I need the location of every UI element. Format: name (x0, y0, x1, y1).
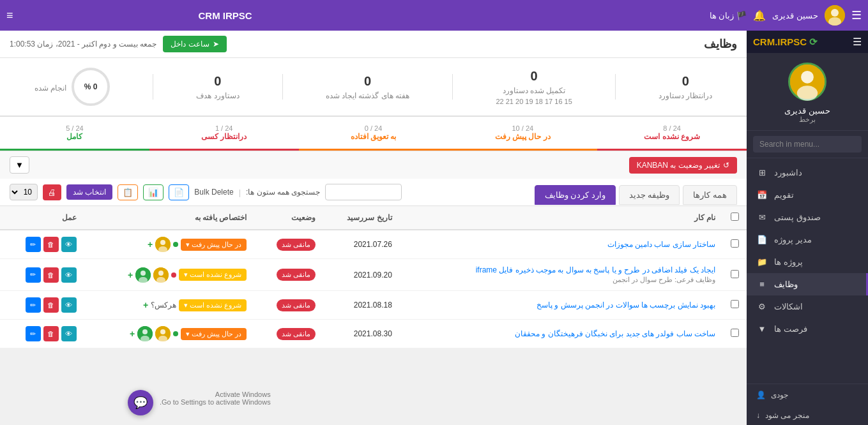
row4-view-icon[interactable]: 👁 (61, 326, 77, 341)
row1-action-icons: 👁 🗑 ✏ (8, 237, 77, 252)
row4-task-name: ساخت ساب فولدر های جدید برای نخبگان فرهی… (400, 320, 723, 348)
sidebar-item-issues[interactable]: اشکالات ⚙ (747, 295, 868, 318)
row3-edit-icon[interactable]: ✏ (26, 297, 41, 313)
row4-state-btn[interactable]: در حال پیش رفت ▾ (181, 328, 247, 340)
sidebar-item-label: مدیر پروژه (774, 235, 812, 244)
hamburger-sidebar[interactable]: ☰ (853, 36, 862, 48)
row3-person: هرکس؟ (151, 301, 176, 309)
row1-delete-icon[interactable]: 🗑 (43, 237, 59, 252)
chat-bubble[interactable]: 💬 (128, 390, 153, 415)
content-area: وظایف ➤ ساعت داخل جمعه بیست و دوم اکتبر … (0, 31, 747, 425)
dot-icon (171, 272, 176, 278)
lang-selector[interactable]: 🏴 زبان ها (710, 11, 747, 20)
row1-state-btn[interactable]: در حال پیش رفت ▾ (181, 239, 247, 251)
row2-view-icon[interactable]: 👁 (61, 267, 77, 283)
sidebar-profile: حسین قدیری برخط (747, 53, 868, 131)
row2-checkbox[interactable] (731, 270, 739, 278)
sidebar-item-dashboard[interactable]: داشبورد ⊞ (747, 161, 868, 184)
row3-assign-cell: شروع نشده است ▾ هرکس؟ + (92, 299, 247, 311)
row2-status: مانقی شد (254, 259, 323, 291)
row2-dot (171, 271, 176, 280)
row1-edit-icon[interactable]: ✏ (26, 237, 41, 252)
export-excel-button[interactable]: 📊 (143, 184, 164, 200)
dot-icon (173, 242, 178, 247)
bell-icon[interactable]: 🔔 (753, 10, 766, 22)
tab-import-tasks[interactable]: وارد کردن وظایف (535, 185, 616, 205)
row4-status: مانقی شد (254, 320, 323, 348)
th-status: وضعیت (254, 206, 323, 230)
row3-checkbox[interactable] (731, 300, 739, 308)
row4-task-link[interactable]: ساخت ساب فولدر های جدید برای نخبگان فرهی… (515, 329, 715, 338)
row2-state-btn[interactable]: شروع نشده است ▾ (179, 269, 247, 281)
sidebar-nav: داشبورد ⊞ تقویم 📅 صندوق پستی ✉ مدیر پروژ… (747, 158, 868, 343)
table-header-row: نام کار تاریخ سررسید وضعیت اختصاص یافته … (0, 206, 747, 230)
tab-in-progress[interactable]: 24 / 10 در حال پیش رفت (448, 117, 597, 151)
clock-button[interactable]: ➤ ساعت داخل (163, 36, 226, 52)
row1-checkbox[interactable] (731, 239, 739, 248)
stat-progress: 0 % انجام شده (34, 68, 110, 106)
tab-new-task[interactable]: وظیفه جدید (619, 185, 680, 205)
nav-right: ≡ (6, 9, 13, 22)
sidebar-item-calendar[interactable]: تقویم 📅 (747, 184, 868, 206)
filter-button[interactable]: ▼ (10, 156, 29, 174)
tab-not-started[interactable]: 24 / 8 شروع نشده است (597, 117, 747, 151)
row3-delete-icon[interactable]: 🗑 (43, 297, 59, 313)
tab-all-tasks[interactable]: همه کارها (683, 185, 737, 205)
row3-view-icon[interactable]: 👁 (61, 297, 77, 313)
select-button[interactable]: انتخاب شد (66, 184, 112, 200)
search-menu-input[interactable] (753, 136, 862, 153)
export-pdf-button[interactable]: 📄 (169, 184, 189, 200)
row1-status-badge: مانقی شد (277, 239, 316, 251)
svg-point-19 (801, 71, 814, 84)
divider4 (153, 74, 153, 100)
sidebar-item-opportunities[interactable]: فرصت ها ▼ (747, 318, 868, 340)
per-page-select[interactable]: 10 25 50 (10, 184, 38, 200)
row4-delete-icon[interactable]: 🗑 (43, 326, 59, 341)
menu-icon[interactable]: ≡ (6, 9, 13, 22)
stats-bar: 0 درانتظار دستاورد 0 تکمیل شده دستاورد 1… (0, 58, 747, 117)
row1-dot (173, 240, 178, 249)
row1-add-assignee[interactable]: + (148, 239, 153, 250)
row2-task-link[interactable]: ایجاد یک فیلد اضافی در طرح و یا پاسخ به … (476, 265, 715, 274)
tab-complete[interactable]: 24 / 5 کامل (0, 117, 149, 151)
row2-delete-icon[interactable]: 🗑 (43, 267, 59, 283)
sidebar-item-project-manager[interactable]: مدیر پروژه 📄 (747, 228, 868, 251)
sidebar-avatar (788, 63, 826, 101)
datetime-display: جمعه بیست و دوم اکتبر - 2021، زمان 1:00:… (10, 40, 156, 48)
row1-task-name: ساختار سازی ساب دامین مجوزات (400, 230, 723, 259)
sidebar-item-label: اشکالات (774, 302, 803, 311)
row3-state-btn[interactable]: شروع نشده است ▾ (179, 299, 247, 311)
row4-checkbox[interactable] (731, 329, 739, 337)
row4-avatar2 (137, 326, 153, 341)
sidebar-item-tasks[interactable]: وظایف ≡ (747, 273, 868, 295)
row3-status: مانقی شد (254, 291, 323, 320)
tab-waiting[interactable]: 24 / 1 درانتظار کسی (149, 117, 299, 151)
row2-assignee: شروع نشده است ▾ + (84, 259, 255, 291)
row3-add-assignee[interactable]: + (143, 300, 148, 310)
export-csv-button[interactable]: 📋 (118, 184, 138, 200)
row3-task-link[interactable]: بهبود نمایش برچسب ها سوالات در انجمن پرس… (537, 301, 715, 309)
sidebar-item-projects[interactable]: پروژه ها 📁 (747, 251, 868, 273)
row1-task-link[interactable]: ساختار سازی ساب دامین مجوزات (607, 240, 715, 249)
sidebar-item-mailbox[interactable]: صندوق پستی ✉ (747, 206, 868, 228)
row1-view-icon[interactable]: 👁 (61, 237, 77, 252)
document-icon: 📄 (756, 235, 768, 244)
select-all-checkbox[interactable] (731, 212, 739, 221)
tab-delayed[interactable]: 24 / 0 به تعویق افتاده (299, 117, 448, 151)
row2-status-badge: مانقی شد (277, 269, 316, 281)
sidebar-item-label: وظایف (774, 280, 798, 289)
hamburger-icon[interactable]: ☰ (851, 8, 862, 22)
tab-filters: 24 / 8 شروع نشده است 24 / 10 در حال پیش … (0, 117, 747, 151)
row4-edit-icon[interactable]: ✏ (26, 326, 41, 341)
th-checkbox (723, 206, 747, 230)
row3-assignee: شروع نشده است ▾ هرکس؟ + (84, 291, 255, 320)
search-columns-input[interactable] (325, 184, 402, 200)
person-icon: 👤 (756, 391, 766, 399)
print-button[interactable]: 🖨 (43, 184, 61, 200)
row4-add-assignee[interactable]: + (130, 329, 135, 339)
row2-edit-icon[interactable]: ✏ (26, 267, 41, 283)
row4-due-date: 2021.08.30 (323, 320, 400, 348)
kanban-button[interactable]: ↺ تغییر وضعیت به KANBAN (629, 157, 737, 174)
row1-actions: 👁 🗑 ✏ (0, 230, 84, 259)
row2-add-assignee[interactable]: + (128, 270, 133, 280)
